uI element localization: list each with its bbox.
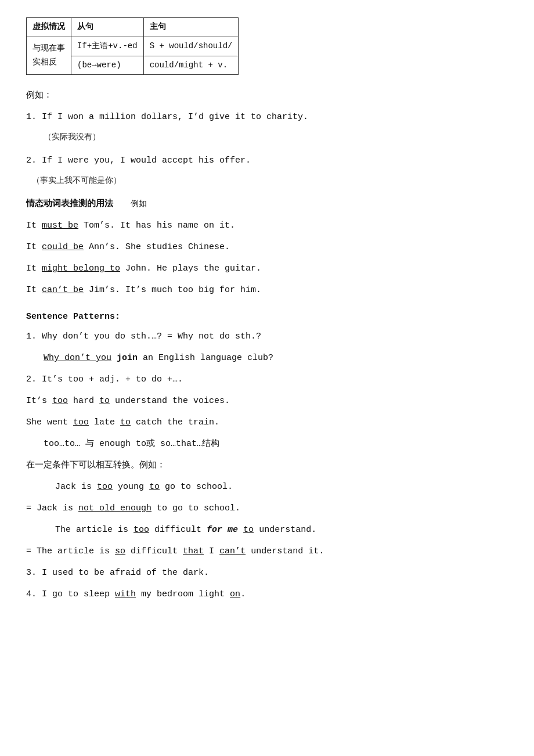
grammar-table: 虚拟情况 从句 主句 与现在事 实相反 If+主语+v.-ed S + woul… — [26, 17, 239, 75]
modal-underline-3: might belong to — [42, 264, 120, 273]
pattern-4-text: I go to sleep with my bedroom light on. — [42, 589, 246, 599]
pattern-1-bold: join — [117, 353, 138, 363]
section1-heading-row: 情态动词表推测的用法 例如 — [26, 196, 508, 212]
pattern-2-condition: 在一定条件下可以相互转换。例如： — [26, 458, 508, 473]
table-cell-r3c3: could/might + v. — [143, 56, 239, 75]
section2-heading: Sentence Patterns: — [26, 309, 508, 325]
table-cell-r1c2: If+主语+v.-ed — [71, 37, 144, 56]
pattern-2-ex3: Jack is too young to go to school. — [55, 479, 508, 495]
table-header-col3: 主句 — [143, 18, 239, 37]
too-underline-1: too — [52, 396, 68, 406]
example-2-text: If I were you, I would accept his offer. — [42, 156, 251, 165]
example-2-note: （事实上我不可能是你） — [32, 174, 508, 188]
pattern-3-text: I used to be afraid of the dark. — [42, 568, 209, 578]
pattern-2-example1: It’s too hard to understand the voices. — [26, 393, 508, 409]
cant-underline: can’t — [219, 546, 246, 556]
to-underline-1: to — [99, 396, 110, 406]
example-1-text: If I won a million dollars, I’d give it … — [42, 112, 308, 122]
modal-underline-4: can’t be — [42, 285, 84, 295]
example-label: 例如： — [26, 88, 508, 103]
pattern-3: 3. I used to be afraid of the dark. — [26, 565, 508, 581]
pattern-1-num: 1. — [26, 332, 37, 341]
that-underline: that — [183, 546, 204, 556]
example-2: 2. If I were you, I would accept his off… — [26, 153, 508, 168]
pattern-2: 2. It’s too + adj. + to do +…. — [26, 372, 508, 387]
table-header-col1: 虚拟情况 — [27, 18, 71, 37]
on-underline: on — [230, 589, 240, 599]
example-2-num: 2. — [26, 156, 37, 165]
pattern-1: 1. Why don’t you do sth.…? = Why not do … — [26, 329, 508, 344]
too-underline-2: too — [73, 417, 89, 427]
with-underline: with — [115, 589, 136, 599]
pattern-2-text: It’s too + adj. + to do +…. — [42, 375, 183, 384]
to-underline-3: to — [149, 482, 160, 492]
too-underline-3: too — [97, 482, 113, 492]
page-content: 虚拟情况 从句 主句 与现在事 实相反 If+主语+v.-ed S + woul… — [26, 17, 508, 602]
example-1-num: 1. — [26, 112, 37, 122]
pattern-2-note: too…to… 与 enough to或 so…that…结构 — [44, 436, 508, 452]
pattern-4: 4. I go to sleep with my bedroom light o… — [26, 586, 508, 602]
example-1: 1. If I won a million dollars, I’d give … — [26, 109, 508, 125]
pattern-4-num: 4. — [26, 589, 37, 599]
modal-example-2: It could be Ann’s. She studies Chinese. — [26, 239, 508, 255]
modal-example-1: It must be Tom’s. It has his name on it. — [26, 218, 508, 233]
pattern-2-example2: She went too late to catch the train. — [26, 415, 508, 430]
too-underline-4: too — [134, 525, 149, 535]
pattern-1-example: Why don’t you join an English language c… — [44, 350, 508, 366]
table-cell-r1c3: S + would/should/ — [143, 37, 239, 56]
modal-example-4: It can’t be Jim’s. It’s much too big for… — [26, 282, 508, 298]
modal-example-3: It might belong to John. He plays the gu… — [26, 261, 508, 276]
pattern-3-num: 3. — [26, 568, 37, 578]
modal-underline-1: must be — [42, 221, 78, 231]
table-cell-r1c1: 与现在事 实相反 — [27, 37, 71, 75]
example-1-note: （实际我没有） — [44, 131, 508, 145]
pattern-2-ex4: The article is too difficult for me to u… — [55, 522, 508, 538]
table-header-col2: 从句 — [71, 18, 144, 37]
to-underline-2: to — [120, 417, 131, 427]
to-underline-4: to — [243, 525, 254, 535]
pattern-2-eq3: = Jack is not old enough to go to school… — [26, 501, 508, 516]
section1-heading: 情态动词表推测的用法 — [26, 196, 113, 212]
section1-example-label: 例如 — [131, 197, 147, 211]
table-cell-r3c2: (be→were) — [71, 56, 144, 75]
pattern-2-num: 2. — [26, 375, 37, 384]
not-old-enough-underline: not old enough — [78, 503, 151, 513]
pattern-2-eq4: = The article is so difficult that I can… — [26, 543, 508, 559]
for-me-bold-italic: for me — [207, 525, 238, 535]
so-underline: so — [115, 546, 125, 556]
modal-underline-2: could be — [42, 242, 84, 252]
pattern-1-text: Why don’t you do sth.…? = Why not do sth… — [42, 332, 261, 341]
pattern-1-underline: Why don’t you — [44, 353, 111, 363]
